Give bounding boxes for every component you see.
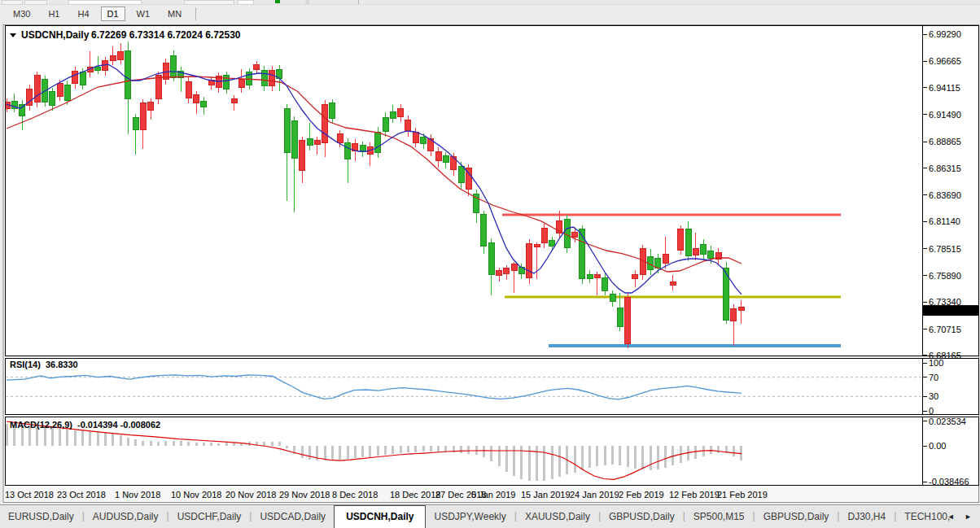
candle-body [80, 72, 85, 85]
macd-bar [430, 446, 432, 452]
price-tick-label: 6.78515 [929, 244, 961, 254]
main-pane[interactable] [6, 26, 979, 356]
macd-label: MACD(12,26,9)-0.014394 -0.008062 [10, 420, 160, 430]
candle-body [110, 56, 116, 61]
candle-body [632, 275, 638, 279]
macd-bar [97, 432, 99, 446]
macd-bar [225, 443, 228, 446]
date-tick-label: 23 Oct 2018 [57, 490, 106, 500]
candle-body [314, 141, 320, 145]
candle-body [155, 76, 161, 99]
price-tick-label: 6.91490 [929, 110, 961, 120]
chart-tab-dj30-h4[interactable]: DJ30,H4 [839, 506, 894, 528]
macd-bar [278, 442, 281, 446]
macd-bar [308, 446, 311, 460]
candle-body [610, 295, 615, 302]
macd-bar [634, 446, 637, 469]
rsi-tick-label: 100 [929, 358, 943, 368]
macd-bar [6, 424, 8, 446]
macd-bar [604, 446, 606, 465]
macd-bar [369, 446, 371, 457]
candle-body [678, 229, 684, 250]
price-tick-label: 6.88865 [929, 137, 961, 146]
price-tick-label: 6.83690 [929, 190, 961, 200]
candle-body [527, 243, 532, 277]
macd-bar [127, 438, 129, 446]
macd-bar [687, 446, 689, 460]
candle-body [34, 76, 40, 103]
macd-bar [324, 446, 326, 460]
macd-bar [44, 428, 46, 446]
price-tick-label: 6.96665 [929, 56, 961, 66]
macd-bar [664, 446, 667, 468]
candle-body [708, 251, 714, 258]
candle-body [261, 70, 267, 85]
chart-tab-gbpusd-daily[interactable]: GBPUSD,Daily [601, 506, 683, 528]
candle-body [133, 118, 138, 130]
macd-bar [59, 429, 61, 446]
candle-body [337, 134, 343, 142]
price-tick-label: 6.94115 [929, 83, 960, 93]
chart-tab-gbpusd-daily[interactable]: GBPUSD,Daily [755, 506, 838, 528]
macd-bar [400, 446, 402, 453]
candle-body [594, 275, 600, 278]
chart-tab-sp500-m15[interactable]: SP500,M15 [685, 506, 753, 528]
macd-bar [384, 446, 387, 455]
candle-body [413, 132, 418, 142]
chart-tab-usdjpy-weekly[interactable]: USDJPY,Weekly [426, 506, 514, 528]
candle-body [572, 233, 578, 238]
candle-body [284, 108, 290, 153]
tab-scroll-left-icon[interactable]: ◄ [943, 513, 959, 521]
macd-bar [286, 446, 288, 448]
macd-bar [74, 430, 77, 446]
macd-bar [498, 446, 501, 466]
candle-body [148, 103, 154, 111]
candle-body [50, 92, 55, 105]
macd-bar [112, 434, 114, 446]
candle-body [405, 120, 411, 131]
price-tick-label: 6.86315 [929, 164, 961, 173]
candle-body [458, 166, 464, 182]
current-price-label: 6.72530 [926, 306, 959, 316]
rsi-pane[interactable] [6, 359, 979, 415]
macd-bar [619, 446, 621, 465]
chart-tab-xauusd-daily[interactable]: XAUUSD,Daily [517, 506, 598, 528]
chart-tab-usdchf-daily[interactable]: USDCHF,Daily [169, 506, 250, 528]
candle-body [435, 152, 441, 161]
macd-bar [414, 446, 417, 452]
candle-body [322, 104, 328, 142]
macd-bar [611, 446, 614, 465]
candle-body [497, 270, 502, 275]
chart-tab-eurusd-daily[interactable]: EURUSD,Daily [0, 506, 82, 528]
candle-body [488, 242, 494, 274]
candle-body [693, 249, 698, 255]
macd-bar [347, 446, 349, 459]
candle-body [95, 67, 101, 70]
candle-body [663, 254, 668, 263]
macd-bar [558, 446, 561, 477]
macd-bar [467, 446, 470, 454]
chart-tab-usdcad-daily[interactable]: USDCAD,Daily [252, 506, 334, 528]
candle-body [549, 241, 555, 246]
macd-bar [173, 441, 175, 446]
macd-bar [551, 446, 553, 479]
candle-body [383, 118, 388, 131]
rsi-tick-label: 0 [929, 406, 934, 416]
chart-canvas[interactable]: USDCNH,Daily6.72269 6.73314 6.72024 6.72… [0, 0, 980, 528]
chart-tab-audusd-daily[interactable]: AUDUSD,Daily [85, 506, 167, 528]
chart-title-symbol: USDCNH,Daily [21, 29, 90, 41]
macd-tick-label: 0.023534 [929, 417, 966, 426]
macd-bar [301, 446, 304, 458]
tab-scroll-right-icon[interactable]: ► [960, 513, 976, 521]
date-tick-label: 2 Feb 2019 [619, 490, 664, 500]
macd-bar [694, 446, 697, 459]
macd-bar [536, 446, 538, 481]
macd-bar [641, 446, 644, 469]
macd-bar [596, 446, 598, 466]
macd-bar [81, 430, 84, 446]
macd-bar [657, 446, 659, 469]
chart-tab-usdcnh-daily[interactable]: USDCNH,Daily [334, 505, 426, 528]
macd-bar [271, 442, 273, 446]
macd-bar [650, 446, 652, 470]
candle-body [345, 142, 351, 159]
